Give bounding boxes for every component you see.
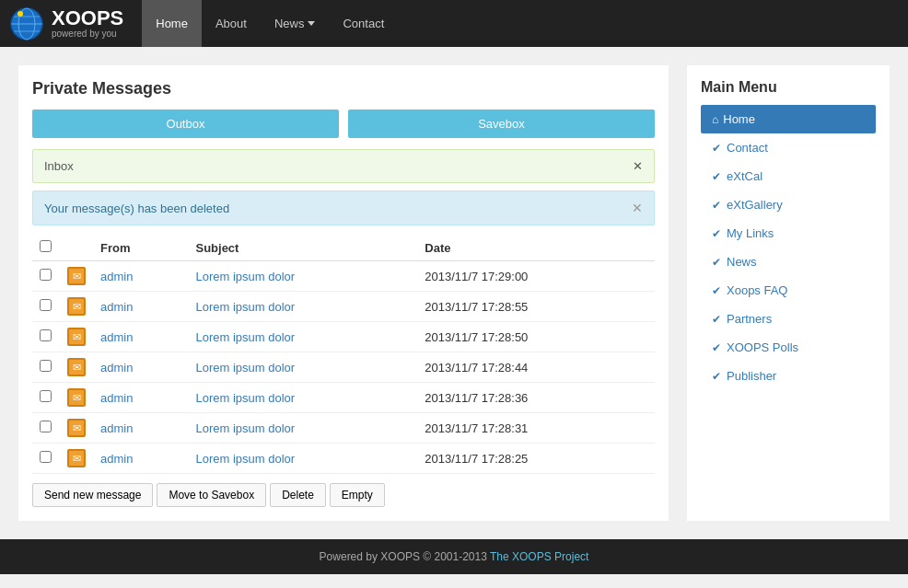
sidebar-item-xoops-polls[interactable]: ✔XOOPS Polls [701,333,876,362]
send-new-message-button[interactable]: Send new message [32,483,153,507]
home-icon: ⌂ [712,113,718,126]
sidebar-items: ⌂Home✔Contact✔eXtCal✔eXtGallery✔My Links… [701,105,876,390]
email-icon [67,388,86,407]
check-icon: ✔ [712,170,721,183]
delete-button[interactable]: Delete [270,483,326,507]
footer: Powered by XOOPS © 2001-2013 The XOOPS P… [0,539,908,574]
sidebar-item-label: eXtGallery [727,198,783,212]
sidebar-item-label: News [727,255,757,269]
check-icon: ✔ [712,199,721,212]
subject-link[interactable]: Lorem ipsum dolor [195,270,295,283]
check-icon: ✔ [712,341,721,354]
email-icon [67,419,86,437]
inbox-close-icon[interactable]: ✕ [633,159,643,173]
sidebar-item-news[interactable]: ✔News [701,248,876,276]
sidebar-item-label: eXtCal [727,169,762,183]
row-checkbox-3[interactable] [40,360,52,372]
email-icon [67,267,86,285]
subject-link[interactable]: Lorem ipsum dolor [195,391,295,405]
row-checkbox-2[interactable] [40,329,52,341]
select-all-checkbox[interactable] [40,240,52,252]
check-icon: ✔ [712,313,721,326]
inbox-actions-row: Outbox Savebox [32,110,655,138]
table-row: admin Lorem ipsum dolor 2013/11/7 17:28:… [32,413,655,444]
subject-link[interactable]: Lorem ipsum dolor [195,421,295,435]
footer-link[interactable]: The XOOPS Project [490,550,588,563]
check-icon: ✔ [712,142,721,155]
from-link[interactable]: admin [100,391,133,405]
col-from: From [93,235,188,261]
from-link[interactable]: admin [100,361,133,375]
date-cell: 2013/11/7 17:29:00 [417,261,655,292]
email-icon [67,328,86,346]
messages-table: From Subject Date admin Lorem ipsum dolo… [32,235,655,474]
sidebar-item-label: My Links [727,226,774,240]
sidebar-item-label: XOOPS Polls [727,340,798,354]
date-cell: 2013/11/7 17:28:25 [417,444,655,474]
sidebar-item-label: Home [723,112,755,126]
sidebar-item-xoops-faq[interactable]: ✔Xoops FAQ [701,276,876,305]
inbox-label: Inbox [44,159,74,173]
sidebar: Main Menu ⌂Home✔Contact✔eXtCal✔eXtGaller… [687,65,890,521]
content-area: Private Messages Outbox Savebox Inbox ✕ … [18,65,669,521]
row-checkbox-1[interactable] [40,299,52,311]
row-checkbox-6[interactable] [40,451,52,463]
date-cell: 2013/11/7 17:28:36 [417,383,655,413]
nav-item-news[interactable]: News [261,0,330,47]
table-row: admin Lorem ipsum dolor 2013/11/7 17:28:… [32,352,655,383]
news-caret-icon [308,21,315,26]
nav-item-contact[interactable]: Contact [329,0,398,47]
subject-link[interactable]: Lorem ipsum dolor [195,300,295,314]
footer-text: Powered by XOOPS © 2001-2013 [320,550,487,563]
outbox-button[interactable]: Outbox [32,110,339,138]
sidebar-item-extgallery[interactable]: ✔eXtGallery [701,190,876,219]
brand-logo[interactable]: XOOPS powered by you [9,6,123,41]
sidebar-item-publisher[interactable]: ✔Publisher [701,362,876,390]
brand-name: XOOPS [52,6,123,29]
sidebar-title: Main Menu [701,79,876,96]
globe-icon [9,6,44,41]
check-icon: ✔ [712,370,721,383]
col-date: Date [417,235,655,261]
from-link[interactable]: admin [100,300,133,314]
sidebar-item-my-links[interactable]: ✔My Links [701,219,876,248]
sidebar-item-contact[interactable]: ✔Contact [701,133,876,162]
inbox-header: Inbox ✕ [32,149,655,183]
alert-close-icon[interactable]: ✕ [632,201,643,215]
date-cell: 2013/11/7 17:28:55 [417,292,655,322]
alert-deleted: Your message(s) has been deleted ✕ [32,190,655,225]
move-to-savebox-button[interactable]: Move to Savebox [157,483,266,507]
check-icon: ✔ [712,284,721,297]
bottom-buttons: Send new message Move to Savebox Delete … [32,483,655,507]
from-link[interactable]: admin [100,270,133,283]
nav-item-home[interactable]: Home [142,0,202,47]
sidebar-item-partners[interactable]: ✔Partners [701,305,876,333]
svg-point-5 [17,11,23,17]
row-checkbox-5[interactable] [40,421,52,432]
from-link[interactable]: admin [100,452,133,466]
empty-button[interactable]: Empty [330,483,385,507]
sidebar-item-extcal[interactable]: ✔eXtCal [701,162,876,190]
from-link[interactable]: admin [100,421,133,435]
brand-sub: powered by you [52,29,123,39]
date-cell: 2013/11/7 17:28:50 [417,322,655,352]
sidebar-item-home[interactable]: ⌂Home [701,105,876,133]
date-cell: 2013/11/7 17:28:44 [417,352,655,383]
table-row: admin Lorem ipsum dolor 2013/11/7 17:28:… [32,322,655,352]
email-icon [67,358,86,376]
nav-item-about[interactable]: About [202,0,261,47]
subject-link[interactable]: Lorem ipsum dolor [195,330,295,344]
subject-link[interactable]: Lorem ipsum dolor [195,452,295,466]
row-checkbox-0[interactable] [40,269,52,281]
row-checkbox-4[interactable] [40,390,52,402]
alert-message: Your message(s) has been deleted [44,202,229,215]
sidebar-item-label: Xoops FAQ [727,283,787,297]
email-icon [67,449,86,467]
subject-link[interactable]: Lorem ipsum dolor [195,361,295,375]
page-title: Private Messages [32,79,655,98]
savebox-button[interactable]: Savebox [348,110,655,138]
email-icon [67,297,86,316]
table-row: admin Lorem ipsum dolor 2013/11/7 17:28:… [32,383,655,413]
main-container: Private Messages Outbox Savebox Inbox ✕ … [0,47,908,539]
from-link[interactable]: admin [100,330,133,344]
